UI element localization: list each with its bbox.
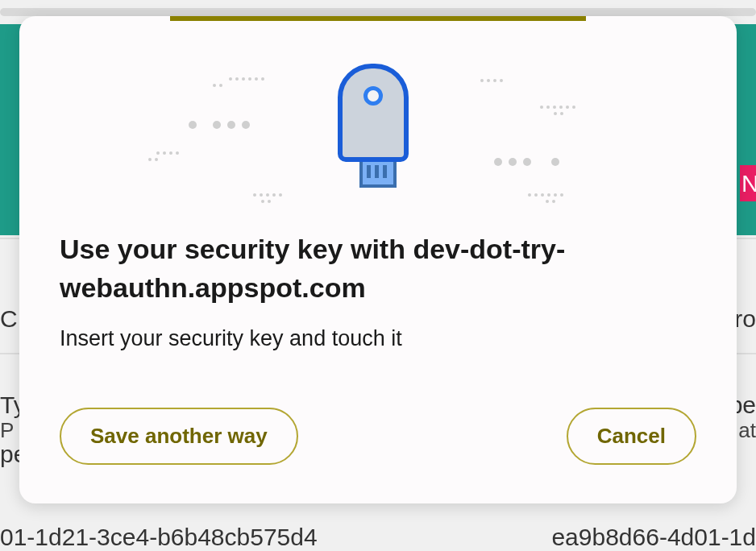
dialog-button-row: Save another way Cancel <box>60 408 696 465</box>
bg-text-fragment: P <box>0 418 14 443</box>
decorative-dotted-line <box>213 84 222 87</box>
security-key-dialog: Use your security key with dev-dot-try-w… <box>19 16 737 503</box>
decorative-dotted-line <box>156 151 179 155</box>
decorative-dots <box>494 158 531 166</box>
bg-text-fragment: ro <box>734 305 756 333</box>
security-key-icon <box>338 64 418 201</box>
bg-top-bar <box>0 8 756 16</box>
bg-text-fragment: ea9b8d66-4d01-1d <box>551 524 756 551</box>
dialog-title: Use your security key with dev-dot-try-w… <box>60 230 696 307</box>
bg-text-fragment: 01-1d21-3ce4-b6b48cb575d4 <box>0 524 318 551</box>
save-another-way-button[interactable]: Save another way <box>60 408 298 465</box>
bg-text-fragment: at <box>738 418 756 443</box>
key-hole <box>363 86 383 106</box>
dialog-illustration <box>19 21 737 222</box>
decorative-dots <box>213 121 250 129</box>
decorative-dotted-line <box>528 193 563 197</box>
cancel-button[interactable]: Cancel <box>567 408 696 465</box>
dialog-content: Use your security key with dev-dot-try-w… <box>19 222 737 503</box>
decorative-dotted-line <box>546 200 555 203</box>
decorative-dotted-line <box>148 158 158 161</box>
decorative-dotted-line <box>261 200 271 203</box>
dialog-subtitle: Insert your security key and touch it <box>60 326 696 351</box>
decorative-dots <box>551 158 559 166</box>
key-usb-connector <box>359 162 397 188</box>
decorative-dots <box>189 121 197 129</box>
decorative-dotted-line <box>540 106 575 109</box>
bg-pink-badge: N <box>740 165 756 201</box>
decorative-dotted-line <box>554 112 563 115</box>
decorative-dotted-line <box>480 79 503 82</box>
bg-text-fragment: C <box>0 305 18 333</box>
key-body <box>338 64 409 162</box>
decorative-dotted-line <box>229 77 264 81</box>
decorative-dotted-line <box>253 193 282 197</box>
